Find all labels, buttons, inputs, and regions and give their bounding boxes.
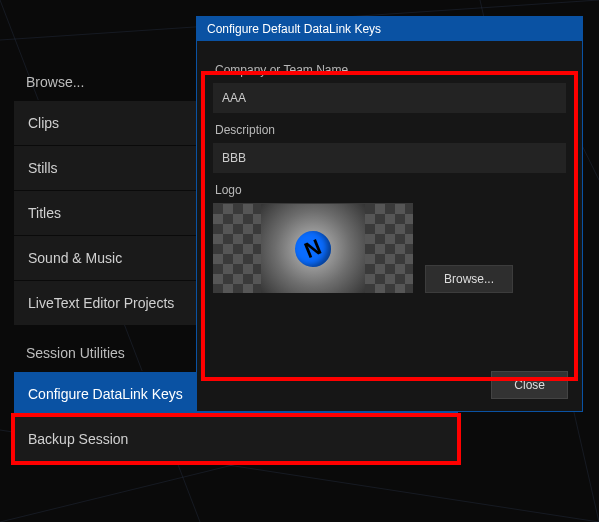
- transparency-checker-right: [365, 204, 413, 293]
- menu-item-backup-session[interactable]: Backup Session: [14, 416, 458, 461]
- description-field[interactable]: [213, 143, 566, 173]
- logo-preview: N: [213, 203, 413, 293]
- description-label: Description: [215, 123, 566, 137]
- logo-image: N: [261, 204, 365, 293]
- logo-glyph-icon: N: [290, 225, 337, 272]
- company-label: Company or Team Name: [215, 63, 566, 77]
- close-button[interactable]: Close: [491, 371, 568, 399]
- dialog-title: Configure Default DataLink Keys: [197, 17, 582, 41]
- configure-datalink-dialog: Configure Default DataLink Keys Company …: [196, 16, 583, 412]
- browse-button[interactable]: Browse...: [425, 265, 513, 293]
- transparency-checker-left: [213, 204, 261, 293]
- company-field[interactable]: [213, 83, 566, 113]
- logo-label: Logo: [215, 183, 566, 197]
